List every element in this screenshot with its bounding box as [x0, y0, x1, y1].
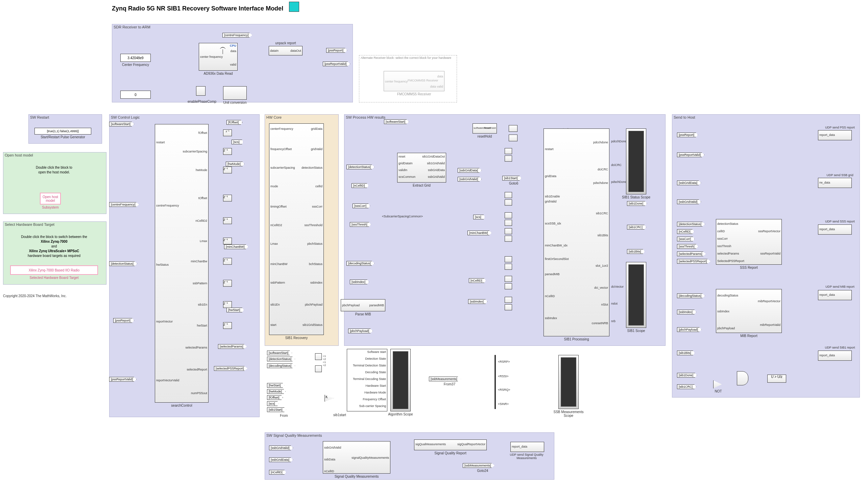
tag-s1done-sh[interactable]: [sib1Done]: [677, 373, 697, 378]
tag-ncid-sp[interactable]: [nCellID]: [469, 278, 486, 283]
delay-2[interactable]: z⁻¹: [223, 148, 232, 155]
tag-alg-s1s[interactable]: [sib1Start]: [267, 407, 286, 412]
block-udp-mib[interactable]: report_data: [818, 290, 852, 300]
block-sig-qual-meas[interactable]: ssbGridValid ssbData nCellID signalQuali…: [323, 441, 390, 474]
delay-1[interactable]: z⁻¹: [223, 130, 232, 136]
cmp-eq-1[interactable]: [315, 353, 322, 360]
buf-f2[interactable]: [505, 283, 512, 289]
tag-ssbgd-goto[interactable]: [ssbGridData]: [458, 168, 482, 173]
block-fmcomms5[interactable]: center frequency data data valid FMCOMMS…: [384, 71, 444, 91]
tag-pss-report-goto[interactable]: [pssReport]: [326, 48, 347, 53]
tag-alg-scs[interactable]: [scs]: [267, 401, 279, 406]
tag-sssth-sh[interactable]: [sssThresh]: [677, 244, 698, 249]
tag-sib1done[interactable]: [sib1Done]: [627, 201, 647, 206]
block-unit-conversion[interactable]: [223, 86, 247, 100]
tag-ds-in[interactable]: [detectionStatus]: [109, 261, 137, 266]
cmp-eq-2[interactable]: [315, 366, 322, 372]
buf-a1[interactable]: [505, 148, 512, 154]
tag-scs[interactable]: [scs]: [231, 140, 244, 144]
tag-ds-sh[interactable]: [detectionStatus]: [677, 222, 705, 226]
buf-g2[interactable]: [505, 304, 512, 310]
block-udp-sss[interactable]: report_data: [818, 224, 852, 235]
block-udp-sq[interactable]: report_data: [510, 442, 544, 452]
tag-alg-sws[interactable]: [softwareStart]: [267, 350, 292, 355]
tag-pssrv-in[interactable]: [pssReportValid]: [109, 377, 136, 382]
bus-selector[interactable]: [495, 355, 496, 409]
delay-4[interactable]: z⁻¹: [223, 195, 232, 202]
delay-3[interactable]: z⁻¹: [223, 167, 232, 173]
block-search-control[interactable]: restart centreFrequency hwStatus reportV…: [155, 124, 208, 403]
tag-selpss-sh[interactable]: [selectedPSSReport]: [677, 259, 711, 264]
buf-e1[interactable]: [505, 256, 512, 262]
tag-ncid-sh[interactable]: [nCellID]: [677, 229, 694, 234]
tag-pssr-in[interactable]: [pssReport]: [113, 318, 134, 323]
gain-k[interactable]: K: [324, 395, 334, 402]
block-algorithm-scope[interactable]: [390, 349, 411, 411]
tag-pssr-sh[interactable]: [pssReport]: [677, 133, 698, 137]
tag-pbchpayload-out[interactable]: [pbchPayload]: [348, 329, 373, 333]
tag-pss-report-valid-goto[interactable]: [pssReportValid]: [323, 62, 350, 66]
tag-cf-in[interactable]: [centreFrequency]: [109, 202, 139, 207]
tag-alg-fo[interactable]: [fOffset]: [267, 395, 283, 400]
title-badge[interactable]: [289, 2, 299, 12]
tag-sib1crc[interactable]: [sib1CRC]: [627, 225, 646, 229]
buf-f1[interactable]: [505, 276, 512, 282]
delay-6[interactable]: z⁻¹: [223, 238, 232, 244]
tag-hwmode[interactable]: [hwMode]: [226, 162, 244, 166]
tag-decs-sh[interactable]: [decodingStatus]: [677, 294, 705, 298]
block-mib-report[interactable]: decodingStatus ssbIndex pbchPayload mibR…: [716, 289, 782, 333]
block-parse-mib[interactable]: pbchPayload parsedMIB: [341, 299, 385, 311]
buf-b2[interactable]: [505, 199, 512, 206]
tag-pbch-sh[interactable]: [pbchPayload]: [677, 327, 702, 332]
tag-sssthresh-out[interactable]: [sssThresh]: [350, 222, 371, 227]
const-center-frequency[interactable]: 3.42048e9: [120, 54, 151, 62]
block-ssb-meas-scope[interactable]: [558, 355, 579, 409]
tag-ssscorr-out[interactable]: [sssCorr]: [353, 204, 370, 208]
block-udp-pss[interactable]: report_data: [818, 130, 852, 140]
const-zero[interactable]: 0: [120, 91, 151, 99]
tag-ds-out[interactable]: [detectionStatus]: [347, 165, 374, 170]
block-sib1-recovery[interactable]: centerFrequency frequencyOffset subcarri…: [269, 123, 324, 335]
block-udp-ssbgrid[interactable]: rw_data: [818, 178, 852, 188]
switch-block[interactable]: [196, 86, 206, 96]
delay-8[interactable]: z⁻¹: [223, 280, 232, 287]
tag-ssbmeas[interactable]: [ssbMeasurements]: [429, 377, 461, 381]
tag-decstatus-out[interactable]: [decodingStatus]: [347, 261, 374, 266]
tag-alg-decs[interactable]: [decodingStatus]: [267, 363, 295, 368]
tag-alg-hws[interactable]: [hwStart]: [267, 383, 285, 388]
tag-selp-sh[interactable]: [selectedParams]: [677, 252, 706, 256]
buf-d1[interactable]: [505, 228, 512, 234]
tag-s1bits-sh[interactable]: [sib1Bits]: [677, 350, 695, 355]
tag-hwstart[interactable]: [hwStart]: [226, 308, 244, 313]
delay-7[interactable]: z⁻¹: [223, 258, 232, 265]
tag-scs-sp[interactable]: [scs]: [473, 215, 485, 219]
block-sig-qual-report[interactable]: sigQualMeasurements sigQualReportVector: [414, 439, 487, 450]
tag-ssbgv-goto[interactable]: [ssbGridValid]: [458, 177, 482, 182]
tag-sib1bits[interactable]: [sib1Bits]: [627, 249, 645, 254]
block-unpack[interactable]: dataIn dataOut: [269, 46, 302, 55]
block-u-gt-uz[interactable]: U > U/z: [767, 375, 786, 383]
buf-a2[interactable]: [505, 155, 512, 162]
tag-ncid-sq[interactable]: [nCellID]: [269, 470, 286, 475]
tag-sib1start-goto[interactable]: [sib1Start]: [502, 176, 521, 181]
tag-ssscorr-sh[interactable]: [sssCorr]: [677, 237, 695, 242]
block-sib1-status-scope[interactable]: [626, 129, 646, 194]
block-reset-hold[interactable]: softwareReset resetHold: [473, 123, 497, 134]
tag-ncellid-out[interactable]: [nCellID]: [352, 183, 369, 188]
tag-centre-freq-from[interactable]: [centreFrequency]: [223, 33, 252, 38]
buf-c1[interactable]: [505, 212, 512, 218]
tag-ssbindex-out[interactable]: [ssbIndex]: [350, 279, 369, 284]
const-pulse-gen[interactable]: [true(1,1) false(1,4999)]: [34, 128, 91, 134]
tag-ssbgd-sq[interactable]: [ssbGridData]: [269, 457, 293, 462]
tag-foffset[interactable]: [fOffset]: [226, 120, 242, 125]
tag-sws-in[interactable]: [softwareStart]: [109, 122, 134, 126]
tag-ssbi-sp[interactable]: [ssbIndex]: [468, 299, 487, 304]
buf-c2[interactable]: [505, 220, 512, 226]
tag-s1crc-sh[interactable]: [sib1CRC]: [677, 385, 696, 389]
tag-selectedpssreport[interactable]: [selectedPSSReport]: [214, 366, 248, 371]
and-gate[interactable]: [737, 371, 748, 386]
tag-alg-ds[interactable]: [detectionStatus]: [267, 357, 295, 361]
block-ad936x[interactable]: CPU center frequency data valid: [199, 43, 238, 71]
buf-1[interactable]: [509, 125, 517, 132]
tag-ssbi-sh[interactable]: [ssbIndex]: [677, 310, 696, 314]
